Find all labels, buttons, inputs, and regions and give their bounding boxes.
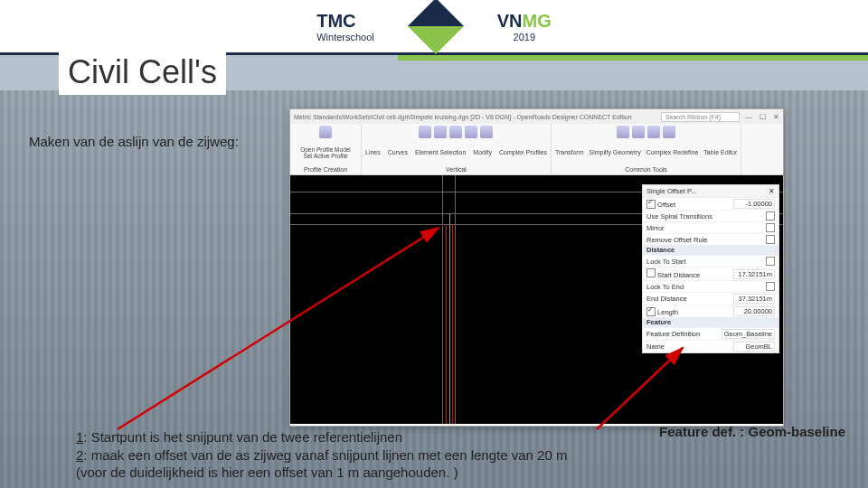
offset-checkbox[interactable]	[646, 200, 656, 209]
enddist-value[interactable]: 37.32151m	[733, 294, 775, 304]
name-label: Name	[646, 343, 665, 351]
ribbon-group-label: Vertical	[446, 166, 467, 173]
element-icon[interactable]	[449, 126, 462, 138]
offset-value[interactable]: -1.00000	[733, 199, 775, 209]
enddist-label: End Distance	[646, 295, 687, 303]
complex-label: Complex Profiles	[499, 149, 547, 155]
panel-title: Single Offset P...	[646, 187, 696, 195]
ribbon-toolbar: Open Profile Model Set Active Profile Pr…	[290, 124, 783, 175]
modify-label: Modify	[473, 149, 492, 155]
simplify-icon[interactable]	[632, 126, 645, 138]
table-editor-icon[interactable]	[663, 126, 675, 138]
modify-icon[interactable]	[465, 126, 477, 138]
vnmg-vn: VN	[497, 11, 523, 31]
featdef-label: Feature Definition	[646, 330, 700, 338]
set-active-profile-label: Set Active Profile	[300, 153, 351, 159]
minimize-icon[interactable]: —	[745, 113, 752, 121]
curves-icon[interactable]	[434, 126, 447, 138]
step3-text: (voor de duidelijkheid is hier een offse…	[76, 465, 458, 480]
app-title: Metric Standards\WorkSets\Civil cell.dgn…	[294, 114, 632, 120]
mirror-checkbox[interactable]	[766, 223, 775, 232]
table-label: Table Editor	[703, 149, 737, 155]
ribbon-group-vertical: Lines Curves Element Selection Modify Co…	[362, 124, 552, 174]
redefine-icon[interactable]	[647, 126, 660, 138]
feature-section: Feature	[643, 317, 778, 327]
remove-checkbox[interactable]	[766, 235, 775, 244]
lockend-checkbox[interactable]	[766, 282, 775, 291]
transform-icon[interactable]	[617, 126, 629, 138]
spiral-label: Use Spiral Transitions	[646, 212, 712, 221]
step1-text: : Startpunt is het snijpunt van de twee …	[83, 429, 402, 445]
slide-title: Civil Cell's	[59, 50, 226, 95]
length-checkbox[interactable]	[646, 307, 656, 316]
app-titlebar: Metric Standards\WorkSets\Civil cell.dgn…	[290, 109, 783, 124]
diamond-logo-icon	[408, 0, 464, 54]
transform-label: Transform	[555, 149, 584, 155]
complex-geometry-icon[interactable]	[480, 126, 493, 138]
curves-label: Curves	[388, 149, 408, 155]
remove-label: Remove Offset Rule	[646, 236, 707, 244]
ribbon-group-profile: Open Profile Model Set Active Profile Pr…	[290, 124, 362, 174]
lockstart-checkbox[interactable]	[766, 257, 775, 266]
green-divider	[398, 55, 868, 61]
ribbon-group-label: Profile Creation	[304, 166, 347, 173]
app-screenshot: Metric Standards\WorkSets\Civil cell.dgn…	[289, 108, 784, 427]
distance-section: Distance	[643, 245, 778, 255]
search-input[interactable]: Search Ribbon (F4)	[661, 112, 740, 122]
panel-close-icon[interactable]: ✕	[769, 187, 775, 195]
name-value[interactable]: GeomBL	[733, 342, 775, 352]
length-label: Length	[657, 308, 678, 316]
element-label: Element Selection	[415, 149, 466, 155]
drawing-canvas[interactable]: Single Offset P... ✕ Offset -1.00000 Use…	[290, 175, 783, 424]
tmc-name: TMC	[316, 11, 374, 32]
featdef-value[interactable]: Geom_Baseline	[722, 329, 775, 339]
header-bar: TMC Winterschool VNMG 2019	[0, 0, 868, 55]
maximize-icon[interactable]: ☐	[760, 113, 766, 121]
lines-label: Lines	[365, 149, 381, 155]
startdist-label: Start Distance	[657, 271, 700, 279]
spiral-checkbox[interactable]	[766, 211, 775, 221]
ribbon-group-common: Transform Simplify Geometry Complex Rede…	[552, 124, 741, 174]
lines-icon[interactable]	[419, 126, 431, 138]
lockstart-label: Lock To Start	[646, 258, 686, 266]
vnmg-year: 2019	[497, 32, 552, 42]
step-description: Maken van de aslijn van de zijweg:	[29, 134, 239, 149]
lockend-label: Lock To End	[646, 283, 684, 291]
startdist-value[interactable]: 17.32151m	[733, 269, 775, 279]
steps-text: 1: Startpunt is het snijpunt van de twee…	[76, 428, 567, 482]
mirror-label: Mirror	[646, 224, 665, 232]
length-value[interactable]: 20.00000	[733, 306, 775, 316]
feature-def-note: Feature def. : Geom-baseline	[659, 424, 845, 439]
startdist-checkbox[interactable]	[646, 268, 656, 277]
offset-panel: Single Offset P... ✕ Offset -1.00000 Use…	[642, 184, 779, 353]
redefine-label: Complex Redefine	[646, 149, 699, 155]
vnmg-mg: MG	[523, 11, 552, 31]
close-icon[interactable]: ✕	[773, 113, 779, 121]
profile-icon[interactable]	[319, 126, 332, 138]
offset-label: Offset	[657, 201, 675, 209]
open-profile-label: Open Profile Model	[300, 146, 351, 153]
tmc-subtitle: Winterschool	[316, 32, 374, 42]
simplify-label: Simplify Geometry	[590, 149, 641, 155]
vnmg-logo: VNMG 2019	[497, 11, 552, 42]
ribbon-group-label: Common Tools	[625, 166, 667, 173]
step2-text: : maak een offset van de as zijweg vanaf…	[83, 447, 567, 463]
tmc-logo: TMC Winterschool	[316, 11, 374, 42]
